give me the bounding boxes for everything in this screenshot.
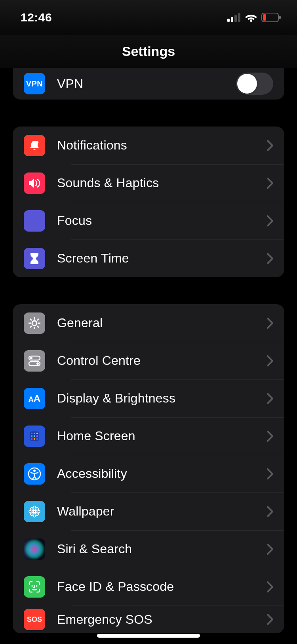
row-label: Sounds & Haptics <box>57 176 267 190</box>
row-display-brightness[interactable]: AA Display & Brightness <box>13 380 284 417</box>
svg-rect-25 <box>36 433 38 434</box>
chevron-right-icon <box>267 355 273 366</box>
hourglass-icon <box>24 248 45 269</box>
toggle-knob <box>237 74 257 94</box>
row-vpn[interactable]: VPN VPN <box>13 68 284 100</box>
chevron-right-icon <box>267 253 273 264</box>
svg-rect-23 <box>31 433 32 434</box>
vpn-toggle[interactable] <box>236 73 273 95</box>
row-screen-time[interactable]: Screen Time <box>13 240 284 277</box>
accessibility-icon <box>24 463 45 485</box>
gear-icon <box>24 312 45 334</box>
status-bar: 12:46 <box>0 0 297 35</box>
svg-rect-29 <box>31 438 32 440</box>
row-label: General <box>57 316 267 330</box>
svg-point-33 <box>33 470 36 472</box>
svg-line-16 <box>37 319 39 320</box>
svg-rect-7 <box>263 14 266 21</box>
flower-icon <box>24 501 45 522</box>
svg-line-17 <box>30 326 32 328</box>
row-general[interactable]: General <box>13 304 284 342</box>
toggles-icon <box>24 350 45 372</box>
status-time: 12:46 <box>21 11 52 24</box>
settings-group-connectivity: VPN VPN <box>13 68 284 100</box>
row-faceid-passcode[interactable]: Face ID & Passcode <box>13 568 284 606</box>
row-notifications[interactable]: Notifications <box>13 126 284 164</box>
chevron-right-icon <box>267 431 273 442</box>
status-icons <box>227 13 281 22</box>
row-accessibility[interactable]: Accessibility <box>13 455 284 493</box>
svg-rect-30 <box>34 438 35 440</box>
row-control-centre[interactable]: Control Centre <box>13 342 284 380</box>
chevron-right-icon <box>267 544 273 555</box>
row-label: Emergency SOS <box>57 612 267 627</box>
svg-rect-1 <box>231 17 233 22</box>
cellular-icon <box>227 13 241 22</box>
settings-group-general: General Control Centre AA Display & Brig… <box>13 304 284 633</box>
chevron-right-icon <box>267 614 273 625</box>
faceid-icon <box>24 576 45 598</box>
row-label: Siri & Search <box>57 542 267 556</box>
row-label: Home Screen <box>57 429 267 443</box>
svg-rect-31 <box>36 438 38 440</box>
bell-icon <box>24 135 45 156</box>
app-grid-icon <box>24 426 45 447</box>
svg-point-21 <box>36 362 39 365</box>
wifi-icon <box>245 13 257 22</box>
svg-rect-26 <box>31 435 32 437</box>
svg-point-9 <box>32 321 37 326</box>
svg-line-15 <box>37 326 39 328</box>
row-label: Face ID & Passcode <box>57 579 267 594</box>
row-label: Accessibility <box>57 466 267 481</box>
row-siri-search[interactable]: Siri & Search <box>13 530 284 568</box>
svg-point-4 <box>250 19 252 22</box>
chevron-right-icon <box>267 506 273 517</box>
text-size-icon: AA <box>24 388 45 409</box>
row-home-screen[interactable]: Home Screen <box>13 417 284 455</box>
chevron-right-icon <box>267 581 273 592</box>
vpn-icon: VPN <box>24 73 45 94</box>
chevron-right-icon <box>267 178 273 189</box>
svg-line-14 <box>30 319 32 320</box>
svg-rect-27 <box>34 435 35 437</box>
svg-rect-2 <box>234 15 237 22</box>
svg-rect-3 <box>238 13 240 22</box>
svg-rect-0 <box>227 19 230 22</box>
row-label: Screen Time <box>57 251 267 266</box>
chevron-right-icon <box>267 215 273 226</box>
chevron-right-icon <box>267 468 273 479</box>
row-wallpaper[interactable]: Wallpaper <box>13 493 284 530</box>
svg-rect-28 <box>36 435 38 437</box>
settings-group-notifications: Notifications Sounds & Haptics Focus Scr… <box>13 126 284 277</box>
page-title: Settings <box>122 44 175 59</box>
nav-bar: Settings <box>0 35 297 68</box>
row-label: Display & Brightness <box>57 391 267 406</box>
row-emergency-sos[interactable]: SOS Emergency SOS <box>13 606 284 633</box>
svg-point-8 <box>35 141 38 144</box>
row-focus[interactable]: Focus <box>13 202 284 240</box>
row-label: VPN <box>57 77 236 91</box>
row-sounds-haptics[interactable]: Sounds & Haptics <box>13 164 284 202</box>
siri-icon <box>24 539 45 560</box>
row-label: Focus <box>57 213 267 228</box>
chevron-right-icon <box>267 140 273 151</box>
svg-point-19 <box>30 357 32 359</box>
svg-rect-6 <box>279 16 281 19</box>
sos-icon: SOS <box>24 609 45 630</box>
speaker-icon <box>24 172 45 194</box>
row-label: Notifications <box>57 138 267 153</box>
chevron-right-icon <box>267 318 273 329</box>
svg-rect-24 <box>34 433 35 434</box>
home-indicator[interactable] <box>97 634 200 638</box>
row-label: Control Centre <box>57 353 267 368</box>
chevron-right-icon <box>267 393 273 404</box>
battery-low-icon <box>261 13 281 22</box>
row-label: Wallpaper <box>57 504 267 519</box>
moon-icon <box>24 210 45 232</box>
